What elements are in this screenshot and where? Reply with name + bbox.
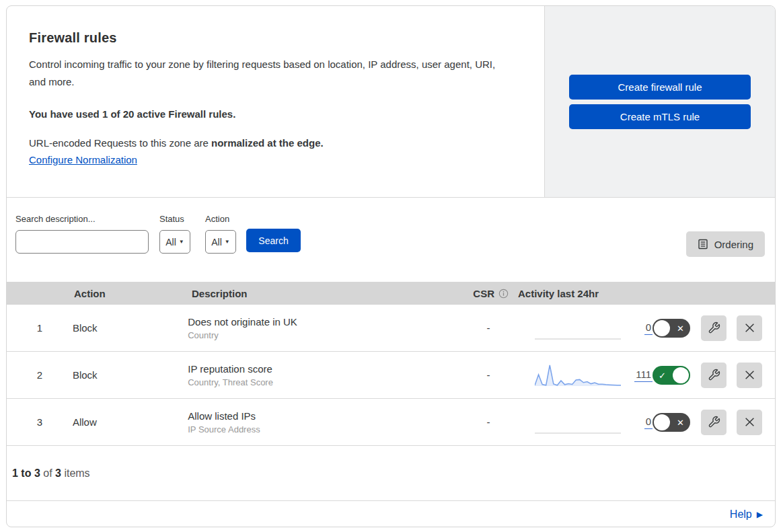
- rule-priority: 3: [7, 416, 73, 428]
- activity-sparkline: [535, 316, 621, 340]
- header-section: Firewall rules Control incoming traffic …: [7, 6, 775, 198]
- edit-rule-button[interactable]: [701, 410, 727, 435]
- status-selected-value: All: [165, 237, 176, 248]
- action-label: Action: [205, 214, 236, 224]
- action-selected-value: All: [211, 237, 222, 248]
- activity-count-link[interactable]: 111: [634, 369, 653, 382]
- rule-csr-value: -: [422, 369, 508, 381]
- rule-priority: 2: [7, 369, 73, 381]
- usage-summary: You have used 1 of 20 active Firewall ru…: [29, 108, 513, 120]
- wrench-icon: [708, 321, 720, 334]
- ordering-button[interactable]: Ordering: [686, 231, 765, 257]
- toggle-knob: [654, 320, 670, 336]
- status-label: Status: [159, 214, 190, 224]
- toggle-knob: [654, 414, 670, 430]
- arrow-right-icon: ▶: [757, 510, 763, 519]
- rule-description: IP reputation score: [188, 363, 422, 375]
- toggle-knob: [673, 367, 689, 383]
- search-button[interactable]: Search: [246, 229, 301, 252]
- rule-fields: Country, Threat Score: [188, 377, 422, 387]
- help-bar: Help▶: [7, 501, 775, 527]
- rule-enabled-toggle[interactable]: ✕: [653, 319, 690, 338]
- close-icon: [744, 369, 755, 381]
- rule-description: Allow listed IPs: [188, 410, 422, 422]
- normalization-bold-text: normalized at the edge.: [211, 137, 324, 149]
- edit-rule-button[interactable]: [701, 363, 727, 388]
- table-row: 1 Block Does not originate in UK Country…: [7, 305, 775, 352]
- rule-action: Allow: [73, 416, 188, 428]
- delete-rule-button[interactable]: [737, 363, 762, 388]
- header-actions-panel: Create firewall rule Create mTLS rule: [545, 6, 775, 197]
- csr-column-header: CSR: [431, 288, 518, 299]
- delete-rule-button[interactable]: [737, 410, 762, 435]
- rule-fields: Country: [188, 330, 422, 340]
- search-label: Search description...: [15, 214, 149, 224]
- filter-bar: Search description... Status All ▼ Actio…: [7, 198, 775, 282]
- ordering-button-label: Ordering: [714, 239, 753, 250]
- activity-count-link[interactable]: 0: [644, 416, 653, 429]
- normalization-text: URL-encoded Requests to this zone are: [29, 137, 211, 149]
- toggle-state-icon: ✕: [677, 417, 684, 427]
- activity-count-link[interactable]: 0: [644, 321, 653, 335]
- rule-description: Does not originate in UK: [188, 316, 422, 328]
- toggle-state-icon: ✓: [659, 370, 666, 380]
- rule-action: Block: [73, 369, 188, 381]
- items-label: items: [61, 467, 90, 480]
- rule-enabled-toggle[interactable]: ✕: [653, 413, 690, 432]
- normalization-line: URL-encoded Requests to this zone are no…: [29, 137, 513, 149]
- rule-fields: IP Source Address: [188, 424, 422, 434]
- activity-column-header: Activity last 24hr: [518, 288, 666, 299]
- close-icon: [744, 322, 755, 334]
- items-of-text: of: [40, 467, 55, 480]
- page-description: Control incoming traffic to your zone by…: [29, 56, 508, 91]
- header-text-block: Firewall rules Control incoming traffic …: [7, 6, 545, 197]
- chevron-down-icon: ▼: [225, 239, 230, 245]
- rule-enabled-toggle[interactable]: ✓: [653, 366, 690, 385]
- table-row: 2 Block IP reputation score Country, Thr…: [7, 352, 775, 399]
- edit-rule-button[interactable]: [701, 315, 727, 341]
- configure-normalization-link[interactable]: Configure Normalization: [29, 154, 137, 165]
- search-input-wrapper: [15, 230, 149, 254]
- rule-csr-value: -: [422, 322, 508, 334]
- page-title: Firewall rules: [29, 30, 513, 46]
- description-column-header: Description: [192, 288, 431, 299]
- pagination-summary: 1 to 3 of 3 items: [7, 446, 775, 501]
- items-total: 3: [55, 467, 61, 480]
- search-input[interactable]: [28, 231, 149, 253]
- firewall-rules-panel: Firewall rules Control incoming traffic …: [6, 5, 776, 527]
- csr-header-label: CSR: [473, 288, 494, 299]
- action-column-header: Action: [74, 288, 192, 299]
- help-link-label: Help: [730, 508, 752, 521]
- wrench-icon: [708, 416, 720, 428]
- wrench-icon: [708, 369, 720, 381]
- chevron-down-icon: ▼: [179, 239, 184, 245]
- create-firewall-rule-button[interactable]: Create firewall rule: [569, 75, 751, 100]
- table-header-row: Action Description CSR Activity last 24h…: [7, 282, 775, 305]
- activity-sparkline: [535, 410, 621, 434]
- items-range: 1 to 3: [12, 467, 40, 480]
- close-icon: [744, 416, 755, 428]
- list-icon: [698, 239, 708, 250]
- toggle-state-icon: ✕: [677, 323, 684, 333]
- info-icon[interactable]: [498, 289, 509, 299]
- rule-action: Block: [73, 322, 188, 334]
- status-select[interactable]: All ▼: [159, 230, 190, 254]
- table-row: 3 Allow Allow listed IPs IP Source Addre…: [7, 399, 775, 446]
- activity-sparkline: [535, 363, 621, 387]
- rule-priority: 1: [7, 322, 73, 334]
- help-link[interactable]: Help▶: [730, 508, 763, 521]
- delete-rule-button[interactable]: [737, 315, 762, 341]
- rule-csr-value: -: [422, 416, 508, 428]
- action-select[interactable]: All ▼: [205, 230, 236, 254]
- create-mtls-rule-button[interactable]: Create mTLS rule: [569, 104, 751, 129]
